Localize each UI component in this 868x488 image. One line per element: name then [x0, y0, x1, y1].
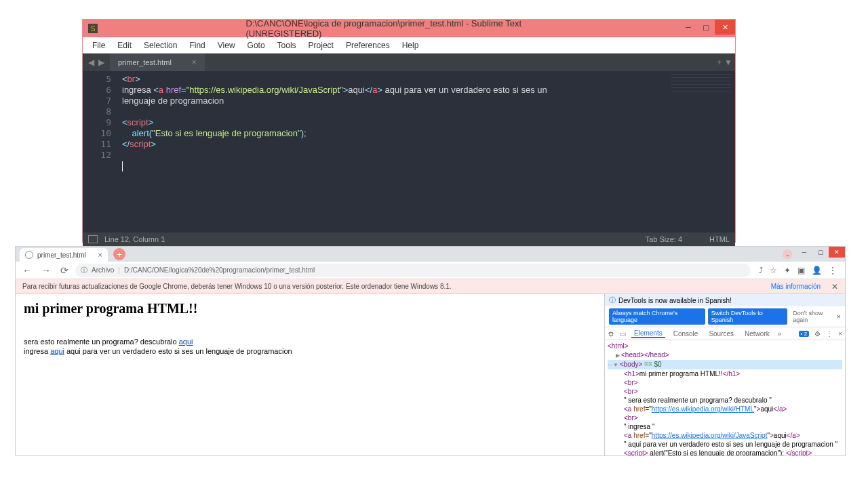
line-number: 8 — [83, 106, 111, 117]
issues-badge[interactable]: ▪ 2 — [799, 331, 809, 337]
tab-title: primer_test.html — [37, 251, 86, 259]
menu-goto[interactable]: Goto — [242, 39, 271, 52]
minimize-button[interactable]: ─ — [679, 20, 697, 35]
menu-file[interactable]: File — [87, 39, 111, 52]
forward-button[interactable]: → — [39, 265, 54, 276]
infobar-text: Para recibir futuras actualizaciones de … — [22, 283, 452, 290]
tab-sources[interactable]: Sources — [706, 330, 736, 338]
text-cursor — [122, 161, 123, 171]
page-link[interactable]: aqui — [179, 338, 193, 346]
settings-icon[interactable]: ⚙ — [814, 330, 821, 338]
maximize-button[interactable]: ▢ — [812, 247, 829, 258]
menu-help[interactable]: Help — [397, 39, 425, 52]
menu-icon[interactable]: ⋮ — [826, 330, 833, 338]
tab-controls: + ▼ — [717, 58, 732, 67]
menu-tools[interactable]: Tools — [272, 39, 302, 52]
chrome-toolbar: ← → ⟳ ⓘ Archivo | D:/CANC/ONE/logica%20d… — [16, 262, 845, 279]
menu-find[interactable]: Find — [184, 39, 210, 52]
tab-search-icon[interactable]: ⌄ — [783, 249, 792, 259]
menu-selection[interactable]: Selection — [138, 39, 182, 52]
banner-actions: Always match Chrome's language Switch De… — [605, 306, 845, 327]
minimap[interactable] — [667, 71, 735, 232]
sidepanel-icon[interactable]: ▣ — [797, 266, 805, 275]
dont-show-button[interactable]: Don't show again — [790, 308, 841, 325]
browser-tab[interactable]: primer_test.html × — [20, 248, 108, 262]
nav-forward-icon[interactable]: ▶ — [97, 58, 106, 67]
profile-icon[interactable]: 👤 — [812, 266, 822, 275]
editor-tab[interactable]: primer_test.html × — [110, 54, 205, 71]
close-icon[interactable]: × — [838, 330, 842, 338]
info-icon[interactable]: ⓘ — [81, 266, 87, 275]
extensions-icon[interactable]: ✦ — [784, 266, 791, 275]
maximize-button[interactable]: ▢ — [697, 20, 715, 35]
more-tabs-icon[interactable]: » — [778, 330, 782, 338]
bookmark-icon[interactable]: ☆ — [770, 266, 777, 275]
tab-close-icon[interactable]: × — [192, 58, 197, 67]
new-tab-icon[interactable]: + — [717, 58, 722, 67]
line-number: 9 — [83, 117, 111, 128]
close-button[interactable]: ✕ — [715, 20, 735, 35]
inspect-icon[interactable]: ⯐ — [608, 330, 614, 338]
address-bar[interactable]: ⓘ Archivo | D:/CANC/ONE/logica%20de%20pr… — [75, 264, 751, 277]
line-number: 12 — [83, 150, 111, 161]
statusbar: Line 12, Column 1 Tab Size: 4 HTML — [83, 232, 735, 246]
menu-preferences[interactable]: Preferences — [340, 39, 395, 52]
sublime-titlebar[interactable]: S D:\CANC\ONE\logica de programacion\pri… — [83, 20, 735, 37]
tab-elements[interactable]: Elements — [631, 329, 665, 338]
devtools-language-banner: ⓘ DevTools is now available in Spanish! — [605, 294, 845, 306]
devtools-toolbar: ⯐ ▭ Elements Console Sources Network » ▪… — [605, 327, 845, 340]
page-heading: mi primer programa HTML!! — [24, 301, 596, 317]
elements-tree[interactable]: <html> ▶<head></head> ⋯▼<body> == $0 <h1… — [605, 340, 845, 455]
address-label: Archivo — [92, 266, 114, 274]
device-icon[interactable]: ▭ — [620, 330, 626, 338]
tab-nav: ◀ ▶ — [83, 58, 110, 67]
tab-close-icon[interactable]: × — [98, 251, 102, 259]
line-number: 10 — [83, 128, 111, 139]
line-number: 6 — [83, 85, 111, 96]
editor-area[interactable]: 5 6 7 8 9 10 11 12 <br> ingresa <a href=… — [83, 71, 735, 232]
page-paragraph: sera esto realmente un programa? descubr… — [24, 337, 596, 346]
status-syntax[interactable]: HTML — [709, 235, 730, 243]
sublime-title: D:\CANC\ONE\logica de programacion\prime… — [246, 18, 572, 39]
tab-network[interactable]: Network — [742, 330, 772, 338]
page-link[interactable]: aqui — [50, 347, 64, 355]
panel-icon[interactable] — [88, 235, 98, 243]
toolbar-actions: ⤴ ☆ ✦ ▣ 👤 ⋮ — [755, 266, 841, 275]
status-cursor-position: Line 12, Column 1 — [104, 235, 165, 243]
chrome-tabstrip: primer_test.html × + ⌄ ─ ▢ ✕ — [16, 247, 845, 262]
infobar-link[interactable]: Más información — [771, 283, 821, 290]
menu-icon[interactable]: ⋮ — [829, 266, 837, 275]
chrome-window: primer_test.html × + ⌄ ─ ▢ ✕ ← → ⟳ ⓘ Arc… — [15, 246, 846, 456]
match-language-button[interactable]: Always match Chrome's language — [609, 308, 705, 325]
line-number: 11 — [83, 139, 111, 150]
reload-button[interactable]: ⟳ — [58, 265, 71, 276]
tab-menu-icon[interactable]: ▼ — [724, 58, 732, 67]
menu-edit[interactable]: Edit — [112, 39, 137, 52]
minimize-button[interactable]: ─ — [796, 247, 812, 258]
gutter: 5 6 7 8 9 10 11 12 — [83, 71, 117, 232]
menu-project[interactable]: Project — [303, 39, 339, 52]
code-area[interactable]: <br> ingresa <a href="https://es.wikiped… — [117, 71, 735, 232]
close-button[interactable]: ✕ — [829, 247, 845, 258]
info-icon: ⓘ — [609, 296, 616, 305]
line-number: 7 — [83, 96, 111, 106]
sublime-text-window: S D:\CANC\ONE\logica de programacion\pri… — [82, 19, 736, 243]
infobar-close-icon[interactable]: ✕ — [831, 282, 838, 291]
switch-spanish-button[interactable]: Switch DevTools to Spanish — [708, 308, 788, 325]
tab-console[interactable]: Console — [671, 330, 701, 338]
nav-back-icon[interactable]: ◀ — [87, 58, 96, 67]
sublime-menubar: File Edit Selection Find View Goto Tools… — [83, 37, 735, 54]
share-icon[interactable]: ⤴ — [759, 266, 763, 275]
sublime-tabbar: ◀ ▶ primer_test.html × + ▼ — [83, 54, 735, 71]
line-number: 5 — [83, 74, 111, 85]
banner-text: DevTools is now available in Spanish! — [618, 297, 732, 304]
content-area: mi primer programa HTML!! sera esto real… — [16, 294, 845, 455]
favicon-icon — [25, 251, 33, 259]
tab-label: primer_test.html — [118, 58, 172, 66]
new-tab-button[interactable]: + — [113, 248, 125, 260]
back-button[interactable]: ← — [20, 265, 35, 276]
menu-view[interactable]: View — [212, 39, 241, 52]
status-tabsize[interactable]: Tab Size: 4 — [646, 235, 682, 243]
window-controls: ─ ▢ ✕ — [796, 247, 845, 258]
banner-close-icon[interactable]: × — [837, 312, 841, 321]
